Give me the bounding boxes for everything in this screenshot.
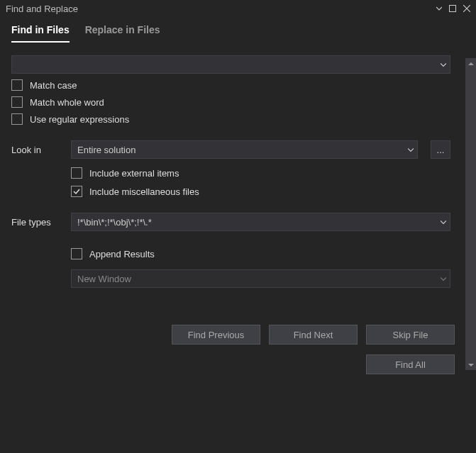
file-types-input[interactable] xyxy=(71,213,450,231)
search-term-field xyxy=(11,55,450,74)
tab-replace-in-files[interactable]: Replace in Files xyxy=(85,24,160,43)
file-types-field xyxy=(71,213,450,231)
maximize-icon[interactable] xyxy=(449,5,456,12)
include-external-checkbox[interactable] xyxy=(71,167,82,179)
scroll-up-icon[interactable] xyxy=(465,58,476,69)
look-in-row: Look in ... xyxy=(11,140,450,159)
browse-button[interactable]: ... xyxy=(431,140,450,159)
look-in-input[interactable] xyxy=(71,140,418,159)
window-controls xyxy=(436,5,470,12)
content-area: Match case Match whole word Use regular … xyxy=(0,43,476,387)
find-previous-button[interactable]: Find Previous xyxy=(172,325,260,345)
results-window-field xyxy=(71,269,450,288)
include-external-label[interactable]: Include external items xyxy=(89,168,179,179)
vertical-scrollbar[interactable] xyxy=(465,58,476,370)
include-external-row: Include external items xyxy=(71,167,465,179)
look-in-options: Include external items Include miscellan… xyxy=(71,167,465,197)
tab-find-in-files[interactable]: Find in Files xyxy=(11,24,70,43)
button-row-2: Find All xyxy=(11,354,455,374)
tab-bar: Find in Files Replace in Files xyxy=(0,17,476,43)
append-results-label[interactable]: Append Results xyxy=(89,249,155,259)
scroll-down-icon[interactable] xyxy=(465,359,476,370)
match-word-checkbox[interactable] xyxy=(11,96,23,108)
svg-rect-0 xyxy=(450,6,456,12)
regex-label[interactable]: Use regular expressions xyxy=(30,114,129,125)
title-bar: Find and Replace xyxy=(0,0,476,17)
close-icon[interactable] xyxy=(463,5,470,12)
look-in-field xyxy=(71,140,418,159)
results-window-input xyxy=(71,269,450,288)
window-title: Find and Replace xyxy=(6,4,78,14)
results-options: Append Results xyxy=(71,248,465,259)
match-case-checkbox[interactable] xyxy=(11,79,23,91)
append-results-row: Append Results xyxy=(71,248,465,259)
match-word-row: Match whole word xyxy=(11,96,465,108)
file-types-label: File types xyxy=(11,217,62,228)
match-case-label[interactable]: Match case xyxy=(30,80,77,91)
button-row-1: Find Previous Find Next Skip File xyxy=(11,325,455,345)
find-next-button[interactable]: Find Next xyxy=(269,325,358,345)
search-input[interactable] xyxy=(11,55,450,74)
regex-row: Use regular expressions xyxy=(11,113,465,125)
regex-checkbox[interactable] xyxy=(11,113,23,125)
look-in-label: Look in xyxy=(11,145,62,155)
include-misc-checkbox[interactable] xyxy=(71,186,82,197)
file-types-row: File types xyxy=(11,213,450,231)
find-all-button[interactable]: Find All xyxy=(366,354,455,374)
append-results-checkbox[interactable] xyxy=(71,248,82,259)
match-word-label[interactable]: Match whole word xyxy=(30,97,104,108)
dropdown-icon[interactable] xyxy=(436,6,442,11)
include-misc-row: Include miscellaneous files xyxy=(71,186,465,197)
skip-file-button[interactable]: Skip File xyxy=(366,325,455,345)
match-case-row: Match case xyxy=(11,79,465,91)
include-misc-label[interactable]: Include miscellaneous files xyxy=(89,186,199,197)
